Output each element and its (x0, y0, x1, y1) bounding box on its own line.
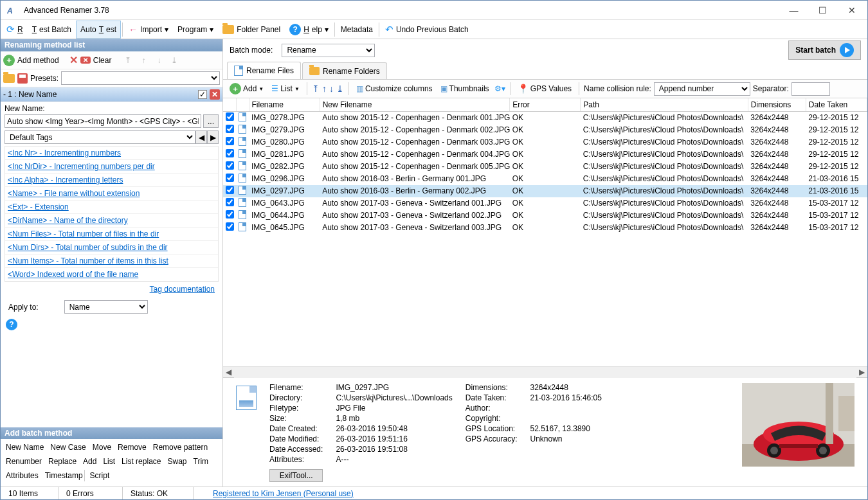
batch-mode-select[interactable]: Rename (282, 44, 375, 57)
thumbnails-button[interactable]: ▣Thumbnails (438, 80, 492, 97)
move-bottom-button[interactable]: ⤓ (168, 53, 181, 67)
batch-method-timestamp[interactable]: Timestamp (44, 470, 85, 481)
row-checkbox[interactable] (226, 222, 234, 231)
undo-button[interactable]: ↶Undo Previous Batch (381, 21, 473, 39)
batch-method-remove[interactable]: Remove (116, 442, 148, 453)
row-checkbox[interactable] (226, 161, 234, 170)
row-checkbox[interactable] (226, 149, 234, 157)
table-row[interactable]: IMG_0278.JPGAuto show 2015-12 - Copenhag… (223, 111, 867, 124)
tag-link[interactable]: <Num Dirs> - Total number of subdirs in … (5, 241, 218, 254)
batch-method-new-name[interactable]: New Name (5, 442, 45, 453)
exiftool-button[interactable]: ExifTool... (269, 469, 323, 482)
row-checkbox[interactable] (226, 186, 234, 194)
folder-panel-button[interactable]: Folder Panel (218, 21, 285, 39)
tag-link[interactable]: <DirName> - Name of the directory (5, 214, 218, 228)
column-header[interactable]: New Filename (320, 98, 509, 111)
start-batch-button[interactable]: Start batch (788, 40, 861, 60)
tag-documentation-link[interactable]: Tag documentation (150, 285, 215, 294)
batch-method-new-case[interactable]: New Case (49, 442, 87, 453)
column-header[interactable]: Error (510, 98, 581, 111)
batch-method-renumber[interactable]: Renumber (5, 456, 43, 467)
batch-method-trim[interactable]: Trim (192, 456, 210, 467)
gps-values-button[interactable]: 📍GPS Values (515, 80, 574, 97)
batch-method-script[interactable]: Script (89, 470, 111, 481)
metadata-button[interactable]: Metadata (336, 21, 377, 39)
close-button[interactable]: ✕ (837, 1, 866, 19)
maximize-button[interactable]: ☐ (808, 1, 837, 19)
pattern-input[interactable] (5, 114, 201, 128)
import-button[interactable]: ←Import▾ (124, 21, 173, 39)
clear-button[interactable]: Clear (93, 56, 112, 65)
batch-method-swap[interactable]: Swap (166, 456, 188, 467)
column-header[interactable]: Path (581, 98, 748, 111)
method-title-bar[interactable]: - 1 : New Name ✓ ✕ (1, 87, 222, 102)
row-checkbox[interactable] (226, 174, 234, 182)
table-row[interactable]: IMG_0297.JPGAuto show 2016-03 - Berlin -… (223, 185, 867, 197)
batch-method-list[interactable]: List (102, 456, 116, 467)
next-tag-button[interactable]: ▶ (207, 130, 219, 144)
tag-link[interactable]: <Inc Nr> - Incrementing numbers (5, 147, 218, 160)
tag-link[interactable]: <Inc Alpha> - Incrementing letters (5, 174, 218, 187)
move-up-button[interactable]: ↑ (137, 53, 150, 67)
horizontal-scrollbar[interactable]: ◀▶ (223, 366, 867, 377)
move-top-button[interactable]: ⤒ (122, 53, 134, 67)
prev-tag-button[interactable]: ◀ (195, 130, 207, 144)
presets-select[interactable] (61, 71, 220, 85)
method-delete-button[interactable]: ✕ (210, 89, 220, 100)
table-row[interactable]: IMG_0279.JPGAuto show 2015-12 - Copenhag… (223, 124, 867, 136)
tag-link[interactable]: <Word> Indexed word of the file name (5, 268, 218, 281)
table-row[interactable]: IMG_0643.JPGAuto show 2017-03 - Geneva -… (223, 197, 867, 210)
batch-method-attributes[interactable]: Attributes (5, 470, 40, 481)
grid-list-button[interactable]: ☰List▼ (269, 80, 302, 97)
program-button[interactable]: Program▾ (173, 21, 218, 39)
move-down-icon[interactable]: ↓ (329, 84, 334, 94)
tab-rename-folders[interactable]: Rename Folders (302, 62, 387, 79)
tag-link[interactable]: <Num Files> - Total number of files in t… (5, 228, 218, 241)
batch-method-list-replace[interactable]: List replace (120, 456, 162, 467)
move-bottom-icon[interactable]: ⤓ (336, 84, 344, 94)
pattern-browse-button[interactable]: ... (203, 114, 219, 128)
collision-select[interactable]: Append number (654, 82, 750, 96)
refresh-button[interactable]: ⟳R (2, 21, 28, 39)
row-checkbox[interactable] (226, 198, 234, 206)
open-preset-icon[interactable] (3, 74, 15, 83)
move-down-button[interactable]: ↓ (152, 53, 165, 67)
row-checkbox[interactable] (226, 112, 234, 121)
row-checkbox[interactable] (226, 210, 234, 219)
customize-columns-button[interactable]: ▥Customize columns (354, 80, 435, 97)
table-row[interactable]: IMG_0280.JPGAuto show 2015-12 - Copenhag… (223, 136, 867, 148)
table-row[interactable]: IMG_0296.JPGAuto show 2016-03 - Berlin -… (223, 173, 867, 185)
registration-link[interactable]: Registered to Kim Jensen (Personal use) (213, 489, 354, 498)
table-row[interactable]: IMG_0645.JPGAuto show 2017-03 - Geneva -… (223, 222, 867, 234)
column-header[interactable]: Date Taken (806, 98, 867, 111)
grid-add-button[interactable]: +Add▼ (227, 80, 266, 97)
tag-link[interactable]: <Inc NrDir> - Incrementing numbers per d… (5, 160, 218, 174)
row-checkbox[interactable] (226, 125, 234, 133)
table-row[interactable]: IMG_0644.JPGAuto show 2017-03 - Geneva -… (223, 210, 867, 222)
separator-input[interactable] (791, 82, 830, 96)
method-help-icon[interactable]: ? (6, 319, 17, 330)
auto-test-button[interactable]: Auto Test (76, 21, 121, 39)
table-row[interactable]: IMG_0281.JPGAuto show 2015-12 - Copenhag… (223, 148, 867, 161)
tag-link[interactable]: <Name> - File name without extension (5, 187, 218, 201)
tag-link[interactable]: <Num Items> - Total number of items in t… (5, 254, 218, 268)
file-grid[interactable]: FilenameNew FilenameErrorPathDimensionsD… (223, 98, 867, 366)
tag-link[interactable]: <Ext> - Extension (5, 201, 218, 214)
batch-method-move[interactable]: Move (91, 442, 113, 453)
tab-rename-files[interactable]: Rename Files (227, 62, 301, 79)
save-preset-icon[interactable] (17, 73, 28, 84)
help-button[interactable]: ?Help▾ (285, 21, 333, 39)
table-row[interactable]: IMG_0282.JPGAuto show 2015-12 - Copenhag… (223, 161, 867, 173)
settings-icon[interactable]: ⚙▾ (494, 84, 505, 93)
tags-dropdown[interactable]: Default Tags (5, 130, 195, 144)
apply-to-select[interactable]: Name (64, 300, 148, 314)
move-up-icon[interactable]: ↑ (322, 84, 327, 94)
minimize-button[interactable]: — (779, 1, 808, 19)
batch-method-replace[interactable]: Replace (47, 456, 78, 467)
row-checkbox[interactable] (226, 137, 234, 145)
column-header[interactable]: Dimensions (748, 98, 806, 111)
method-enabled-checkbox[interactable]: ✓ (198, 90, 207, 99)
batch-method-remove-pattern[interactable]: Remove pattern (152, 442, 209, 453)
add-method-button[interactable]: Add method (17, 56, 59, 65)
move-top-icon[interactable]: ⤒ (312, 84, 320, 94)
